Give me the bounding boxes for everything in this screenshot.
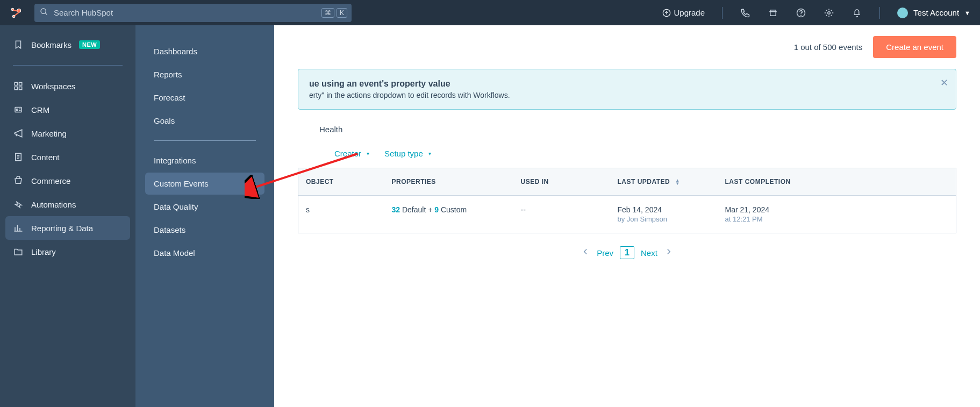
banner-text: erty" in the actions dropdown to edit re… — [309, 91, 945, 99]
sidebar-item-label: CRM — [31, 105, 49, 115]
svg-line-4 — [45, 13, 47, 15]
sidebar-item-label: Library — [31, 247, 56, 256]
sidebar-item-library[interactable]: Library — [5, 240, 130, 263]
chevron-left-icon[interactable] — [581, 247, 590, 259]
sub-item-reports[interactable]: Reports — [145, 63, 264, 85]
sidebar-item-label: Commerce — [31, 176, 70, 185]
automations-icon — [13, 199, 24, 210]
sidebar-item-label: Marketing — [31, 129, 67, 138]
sidebar-item-content[interactable]: Content — [5, 145, 130, 169]
table-row[interactable]: s 32 Default + 9 Custom -- Feb 14, 2024 … — [298, 196, 956, 233]
top-bar: ⌘K Upgrade Test Account ▼ — [0, 0, 980, 25]
new-badge: NEW — [79, 40, 100, 49]
notifications-icon[interactable] — [846, 0, 868, 25]
sub-item-custom-events[interactable]: Custom Events — [145, 173, 264, 195]
next-button[interactable]: Next — [641, 248, 657, 258]
col-last-updated[interactable]: LAST UPDATED ▲▼ — [610, 168, 718, 196]
tabs: Health — [298, 120, 956, 138]
avatar — [897, 8, 908, 18]
custom-count[interactable]: 9 — [434, 205, 439, 214]
primary-sidebar: Bookmarks NEW Workspaces CRM Marketing C… — [0, 25, 135, 407]
cell-last-updated: Feb 14, 2024 by Jon Simpson — [610, 196, 718, 233]
cell-properties: 32 Default + 9 Custom — [384, 196, 513, 233]
page-header: 1 out of 500 events Create an event — [298, 36, 956, 58]
close-icon[interactable]: ✕ — [940, 77, 948, 89]
tab-health[interactable]: Health — [319, 120, 342, 138]
chevron-right-icon[interactable] — [664, 247, 674, 259]
sub-item-goals[interactable]: Goals — [145, 110, 264, 132]
upgrade-button[interactable]: Upgrade — [657, 8, 711, 17]
sidebar-item-label: Reporting & Data — [31, 224, 93, 233]
pagination: Prev 1 Next — [298, 233, 956, 272]
account-name: Test Account — [913, 8, 959, 17]
marketplace-icon[interactable] — [762, 0, 784, 25]
svg-point-1 — [12, 15, 15, 17]
svg-point-7 — [801, 15, 802, 16]
table-header-row: OBJECT PROPERTIES USED IN LAST UPDATED ▲… — [298, 168, 956, 196]
sidebar-item-automations[interactable]: Automations — [5, 192, 130, 216]
sidebar-item-label: Bookmarks — [31, 40, 71, 49]
sidebar-item-marketing[interactable]: Marketing — [5, 122, 130, 145]
search-wrapper: ⌘K — [34, 4, 352, 22]
divider — [879, 7, 880, 19]
custom-word: Custom — [439, 205, 467, 214]
page-number[interactable]: 1 — [620, 246, 634, 259]
content-icon — [13, 152, 24, 162]
col-used-in[interactable]: USED IN — [513, 168, 610, 196]
svg-rect-9 — [15, 82, 17, 85]
sort-icon: ▲▼ — [675, 179, 679, 185]
search-icon — [40, 8, 48, 18]
last-completion-date: Mar 21, 2024 — [725, 205, 770, 214]
hubspot-logo-icon[interactable] — [10, 6, 24, 20]
sub-item-data-model[interactable]: Data Model — [145, 242, 264, 264]
create-event-button[interactable]: Create an event — [873, 36, 956, 58]
col-last-completion[interactable]: LAST COMPLETION — [718, 168, 956, 196]
col-last-updated-label: LAST UPDATED — [618, 178, 670, 185]
default-word: Default + — [400, 205, 434, 214]
workspaces-icon — [13, 81, 24, 91]
sidebar-item-bookmarks[interactable]: Bookmarks NEW — [5, 33, 130, 56]
sub-item-forecast[interactable]: Forecast — [145, 87, 264, 109]
crm-icon — [13, 104, 24, 115]
filter-creator[interactable]: Creator — [334, 149, 369, 158]
last-completion-time: at 12:21 PM — [725, 215, 949, 223]
secondary-sidebar: Dashboards Reports Forecast Goals Integr… — [135, 25, 274, 407]
sub-item-integrations[interactable]: Integrations — [145, 149, 264, 172]
last-updated-date: Feb 14, 2024 — [618, 205, 662, 214]
divider — [13, 65, 123, 66]
sidebar-item-crm[interactable]: CRM — [5, 98, 130, 122]
svg-rect-11 — [15, 87, 17, 90]
account-menu[interactable]: Test Account ▼ — [892, 8, 970, 18]
sidebar-item-workspaces[interactable]: Workspaces — [5, 74, 130, 98]
banner-title: ue using an event's property value — [309, 79, 945, 89]
sub-item-datasets[interactable]: Datasets — [145, 219, 264, 241]
sub-item-dashboards[interactable]: Dashboards — [145, 40, 264, 62]
info-banner: ue using an event's property value erty"… — [298, 69, 956, 110]
filter-setup-type[interactable]: Setup type — [384, 149, 431, 158]
library-icon — [13, 246, 24, 257]
marketing-icon — [13, 128, 24, 139]
phone-icon[interactable] — [734, 0, 756, 25]
divider — [722, 7, 723, 19]
sidebar-item-reporting[interactable]: Reporting & Data — [5, 216, 130, 240]
main-content: 1 out of 500 events Create an event ue u… — [274, 25, 980, 407]
search-input[interactable] — [34, 4, 352, 22]
cell-object: s — [298, 196, 384, 233]
svg-point-8 — [828, 11, 831, 14]
event-count: 1 out of 500 events — [794, 42, 863, 52]
default-count[interactable]: 32 — [392, 205, 400, 214]
svg-point-3 — [41, 9, 46, 13]
svg-rect-12 — [19, 87, 22, 90]
sub-item-data-quality[interactable]: Data Quality — [145, 196, 264, 218]
settings-icon[interactable] — [818, 0, 840, 25]
sidebar-item-commerce[interactable]: Commerce — [5, 169, 130, 192]
prev-button[interactable]: Prev — [597, 248, 613, 258]
col-properties[interactable]: PROPERTIES — [384, 168, 513, 196]
commerce-icon — [13, 175, 24, 186]
help-icon[interactable] — [790, 0, 812, 25]
cell-last-completion: Mar 21, 2024 at 12:21 PM — [718, 196, 956, 233]
col-object[interactable]: OBJECT — [298, 168, 384, 196]
sidebar-item-label: Content — [31, 153, 60, 162]
divider — [154, 140, 256, 141]
chevron-down-icon: ▼ — [964, 10, 970, 16]
